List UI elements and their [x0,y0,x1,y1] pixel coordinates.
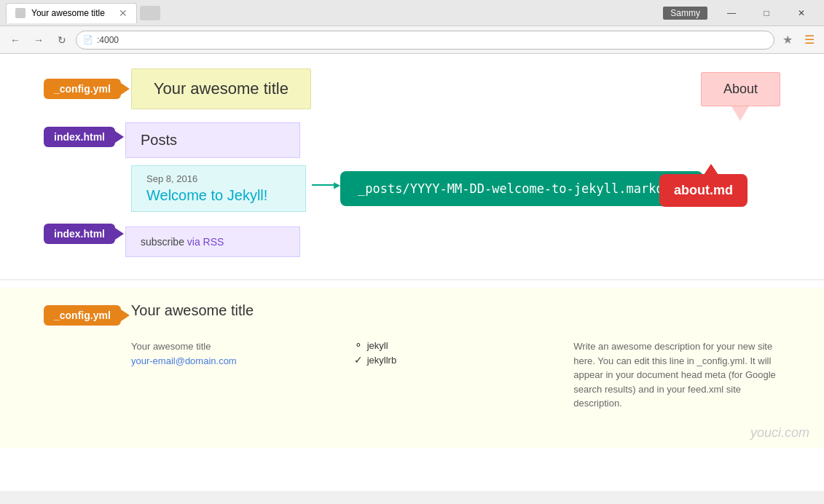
footer-twitter-link[interactable]: ✓ jekyllrb [353,354,560,366]
new-tab-button[interactable] [140,6,160,20]
index-html-label-subscribe[interactable]: index.html [44,224,115,244]
browser-titlebar: Your awesome title ✕ Sammy — □ ✕ [0,0,824,26]
maximize-button[interactable]: □ [750,0,783,26]
posts-row: index.html Posts [44,122,780,158]
close-button[interactable]: ✕ [785,0,818,26]
post-filename-bubble: _posts/YYYY-MM-DD-welcome-to-jekyll.mark… [340,171,703,206]
footer-header-row: _config.yml Your awesome title [44,302,780,331]
forward-button[interactable]: → [29,31,48,50]
about-nav-arrow [731,106,749,121]
watermark: youci.com [750,425,809,441]
footer-grid: Your awesome title your-email@domain.com… [131,339,780,411]
location-icon: 📄 [83,35,93,44]
footer-site-title: Your awesome title [131,302,254,319]
subscribe-row: index.html subscribe via RSS [44,219,780,257]
config-yml-label-header[interactable]: _config.yml [44,79,121,99]
subscribe-box: subscribe via RSS [125,227,300,257]
window-controls: Sammy — □ ✕ [663,0,818,26]
post-date: Sep 8, 2016 [146,173,291,184]
footer-col-2: ⚬ jekyll ✓ jekyllrb [353,339,560,411]
address-bar[interactable] [76,31,774,50]
post-link[interactable]: Welcome to Jekyll! [146,187,267,203]
back-button[interactable]: ← [6,31,25,50]
page-content: _config.yml Your awesome title About abo… [0,54,824,491]
footer-section: _config.yml Your awesome title Your awes… [0,288,824,448]
browser-tab[interactable]: Your awesome title ✕ [6,3,137,23]
subscribe-text: subscribe [141,236,187,248]
post-arrow-container: ▶ [312,180,340,190]
footer-col-3: Write an awesome description for your ne… [573,339,780,411]
browser-controls: ← → ↻ 📄 ★ ☰ [0,26,824,54]
site-title-box: Your awesome title [131,68,311,109]
post-filename-text: _posts/YYYY-MM-DD-welcome-to-jekyll.mark… [358,181,686,196]
about-nav-link[interactable]: About [701,72,780,106]
post-arrow-line [312,184,334,186]
footer-description: Write an awesome description for your ne… [573,339,780,411]
bookmark-button[interactable]: ★ [779,31,796,49]
tab-close-button[interactable]: ✕ [119,7,127,19]
site-title-text: Your awesome title [154,79,289,98]
page-icon [15,8,25,18]
refresh-button[interactable]: ↻ [52,31,71,50]
footer-email[interactable]: your-email@domain.com [131,355,237,366]
site-section: _config.yml Your awesome title About abo… [0,54,824,280]
github-username: jekyll [367,340,388,351]
about-nav-container: About about.md [701,72,780,106]
config-yml-label-footer[interactable]: _config.yml [44,305,121,326]
index-html-label-posts[interactable]: index.html [44,127,115,147]
post-box: Sep 8, 2016 Welcome to Jekyll! [131,165,306,212]
footer-github-link[interactable]: ⚬ jekyll [353,339,560,351]
tab-title: Your awesome title [31,8,105,18]
footer-col1-title: Your awesome title [131,339,338,354]
twitter-username: jekyllrb [367,355,396,366]
subscribe-link[interactable]: via RSS [187,236,224,248]
footer-col-1: Your awesome title your-email@domain.com [131,339,338,411]
posts-title-box: Posts [125,122,300,158]
posts-title: Posts [141,132,177,148]
menu-button[interactable]: ☰ [801,31,818,49]
user-badge: Sammy [663,7,707,20]
footer-content: Your awesome title your-email@domain.com… [131,339,780,411]
about-md-bubble: about.md [659,174,748,207]
twitter-icon: ✓ [353,354,364,366]
github-icon: ⚬ [353,339,364,351]
post-arrow-head: ▶ [334,180,340,190]
minimize-button[interactable]: — [715,0,748,26]
address-bar-container: 📄 [76,31,774,50]
